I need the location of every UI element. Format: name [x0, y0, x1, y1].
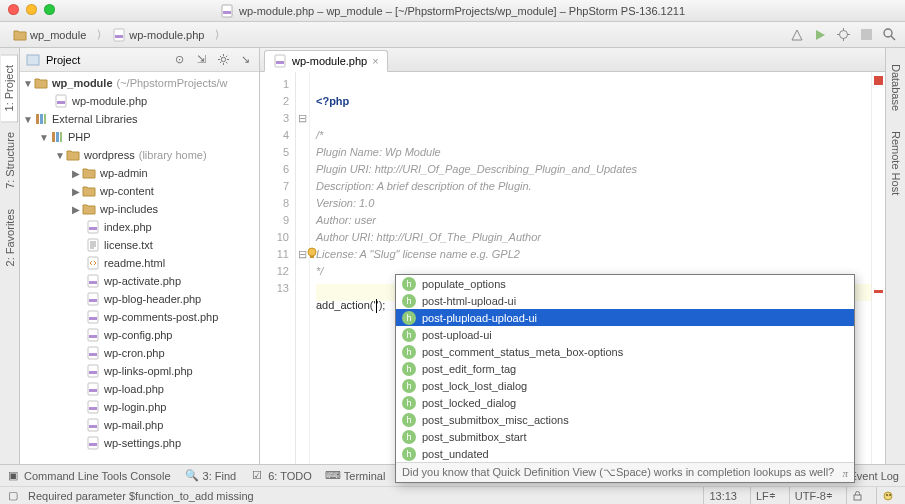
completion-item[interactable]: hpost_lock_lost_dialog [396, 377, 854, 394]
collapse-icon[interactable]: ⇲ [193, 52, 209, 68]
left-tool-rail: 1: Project 7: Structure 2: Favorites [0, 48, 20, 464]
inspector-icon[interactable] [876, 487, 899, 504]
arrow-right-icon[interactable]: ▶ [70, 186, 82, 197]
completion-popup[interactable]: hpopulate_optionshpost-html-upload-uihpo… [395, 274, 855, 483]
arrow-right-icon[interactable]: ▶ [70, 168, 82, 179]
tree-project-root[interactable]: ▼wp_module (~/PhpstormProjects/w [20, 74, 259, 92]
completion-item[interactable]: hpost_locked_dialog [396, 394, 854, 411]
tool-tab-project[interactable]: 1: Project [1, 54, 18, 122]
php-file-icon [86, 310, 100, 324]
run-button[interactable] [810, 25, 830, 45]
hook-kind-icon: h [402, 379, 416, 393]
tool-tab-favorites[interactable]: 2: Favorites [2, 199, 18, 276]
breadcrumb-label: wp-module.php [129, 29, 204, 41]
completion-item[interactable]: hpopulate_options [396, 275, 854, 292]
hook-kind-icon: h [402, 345, 416, 359]
stop-button[interactable] [856, 25, 876, 45]
arrow-down-icon[interactable]: ▼ [38, 132, 50, 143]
tree-php-lib[interactable]: ▼PHP [20, 128, 259, 146]
chevron-right-icon: ⟩ [97, 28, 101, 41]
svg-rect-7 [27, 55, 39, 65]
folder-icon [13, 28, 27, 42]
analysis-status-icon[interactable] [874, 76, 883, 85]
close-window-button[interactable] [8, 4, 19, 15]
tree-file[interactable]: index.php [20, 218, 259, 236]
tree-wordpress[interactable]: ▼wordpress (library home) [20, 146, 259, 164]
tree-file[interactable]: wp-login.php [20, 398, 259, 416]
svg-rect-11 [36, 114, 39, 124]
tree-file[interactable]: wp-links-opml.php [20, 362, 259, 380]
tree-folder[interactable]: ▶wp-content [20, 182, 259, 200]
arrow-down-icon[interactable]: ▼ [22, 78, 34, 89]
tool-tab-structure[interactable]: 7: Structure [2, 122, 18, 199]
tree-file[interactable]: wp-module.php [20, 92, 259, 110]
scroll-from-source-icon[interactable]: ⊙ [171, 52, 187, 68]
php-file-icon [86, 328, 100, 342]
caret-position[interactable]: 13:13 [703, 487, 742, 504]
completion-item[interactable]: hpost_submitbox_start [396, 428, 854, 445]
tool-tab-remote-host[interactable]: Remote Host [888, 121, 904, 205]
tree-external-libraries[interactable]: ▼External Libraries [20, 110, 259, 128]
right-tool-rail: Database Remote Host [885, 48, 905, 464]
tool-tab-find[interactable]: 🔍3: Find [185, 469, 237, 483]
error-stripe[interactable] [871, 72, 885, 464]
close-tab-icon[interactable]: × [372, 55, 378, 67]
arrow-down-icon[interactable]: ▼ [54, 150, 66, 161]
make-button[interactable] [787, 25, 807, 45]
completion-item[interactable]: hpost_undated [396, 445, 854, 462]
file-encoding[interactable]: UTF-8 ≑ [789, 487, 838, 504]
sidebar-title: Project [46, 54, 80, 66]
tree-file[interactable]: wp-settings.php [20, 434, 259, 452]
lock-icon[interactable] [846, 487, 868, 504]
fold-gutter[interactable]: ⊟ ⊟ [296, 72, 310, 464]
search-icon: 🔍 [185, 469, 199, 483]
completion-item[interactable]: hpost-plupload-upload-ui [396, 309, 854, 326]
tree-file[interactable]: wp-mail.php [20, 416, 259, 434]
tool-tab-database[interactable]: Database [888, 54, 904, 121]
completion-item[interactable]: hpost-upload-ui [396, 326, 854, 343]
completion-item[interactable]: hpost-html-upload-ui [396, 292, 854, 309]
line-gutter[interactable]: 12345678910111213 [260, 72, 296, 464]
error-marker[interactable] [874, 290, 883, 293]
php-file-icon [86, 292, 100, 306]
gear-icon[interactable] [215, 52, 231, 68]
folder-icon [82, 202, 96, 216]
tree-file[interactable]: readme.html [20, 254, 259, 272]
tree-file[interactable]: wp-activate.php [20, 272, 259, 290]
tree-file[interactable]: wp-config.php [20, 326, 259, 344]
svg-rect-13 [44, 114, 46, 124]
completion-item[interactable]: hpost_comment_status_meta_box-options [396, 343, 854, 360]
tool-tab-terminal[interactable]: ⌨Terminal [326, 469, 386, 483]
pi-icon: π [842, 467, 848, 479]
hide-icon[interactable]: ↘ [237, 52, 253, 68]
hide-tool-windows-icon[interactable]: ▢ [6, 489, 20, 503]
hook-kind-icon: h [402, 430, 416, 444]
tree-file[interactable]: wp-blog-header.php [20, 290, 259, 308]
todo-icon: ☑ [250, 469, 264, 483]
debug-button[interactable] [833, 25, 853, 45]
tree-file[interactable]: wp-load.php [20, 380, 259, 398]
project-sidebar: Project ⊙ ⇲ ↘ ▼wp_module (~/PhpstormProj… [20, 48, 260, 464]
svg-point-6 [884, 29, 892, 37]
line-separator[interactable]: LF ≑ [750, 487, 781, 504]
search-icon[interactable] [879, 25, 899, 45]
tree-file[interactable]: wp-cron.php [20, 344, 259, 362]
arrow-down-icon[interactable]: ▼ [22, 114, 34, 125]
tool-tab-todo[interactable]: ☑6: TODO [250, 469, 312, 483]
tree-file[interactable]: license.txt [20, 236, 259, 254]
tree-folder[interactable]: ▶wp-includes [20, 200, 259, 218]
zoom-window-button[interactable] [44, 4, 55, 15]
completion-item[interactable]: hpost_edit_form_tag [396, 360, 854, 377]
minimize-window-button[interactable] [26, 4, 37, 15]
project-tree[interactable]: ▼wp_module (~/PhpstormProjects/w wp-modu… [20, 72, 259, 464]
tree-file[interactable]: wp-comments-post.php [20, 308, 259, 326]
completion-item[interactable]: hpost_submitbox_misc_actions [396, 411, 854, 428]
intention-bulb-icon[interactable] [305, 246, 319, 260]
breadcrumb-project[interactable]: wp_module [6, 25, 93, 45]
svg-rect-26 [89, 317, 97, 320]
editor-tab[interactable]: wp-module.php × [264, 50, 388, 72]
tree-folder[interactable]: ▶wp-admin [20, 164, 259, 182]
arrow-right-icon[interactable]: ▶ [70, 204, 82, 215]
tool-tab-console[interactable]: ▣Command Line Tools Console [6, 469, 171, 483]
breadcrumb-file[interactable]: wp-module.php [105, 25, 211, 45]
